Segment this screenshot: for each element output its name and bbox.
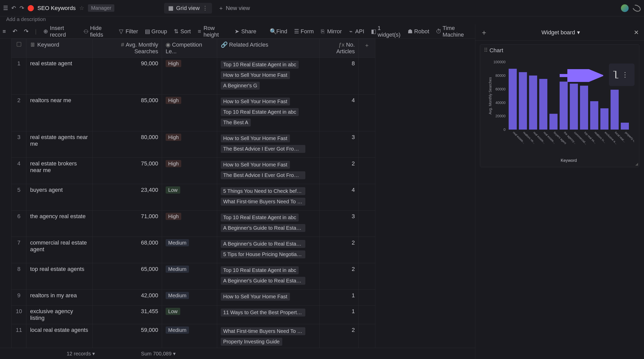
mirror-button[interactable]: ⎘Mirror (320, 28, 342, 35)
find-button[interactable]: 🔍Find (270, 28, 287, 35)
record-count[interactable]: 12 records ▾ (67, 351, 95, 357)
cell-related[interactable]: Top 10 Real Estate Agent in abcA Beginne… (217, 263, 320, 290)
cell-noart[interactable]: 4 (320, 94, 359, 131)
cell-level[interactable]: Medium (162, 237, 217, 263)
cell-level[interactable]: High (162, 158, 217, 184)
cell-level[interactable]: High (162, 210, 217, 237)
cell-related[interactable]: How to Sell Your Home FastTop 10 Real Es… (217, 94, 320, 131)
cell-level[interactable]: High (162, 58, 217, 94)
cell-keyword[interactable]: top real estate agents (26, 263, 93, 290)
cell-keyword[interactable]: local real estate agents (26, 324, 93, 348)
timemachine-button[interactable]: ⏱Time Machine (436, 25, 472, 38)
cell-noart[interactable]: 1 (320, 290, 359, 305)
cell-keyword[interactable]: real estate brokers near me (26, 158, 93, 184)
cell-related[interactable]: Top 10 Real Estate Agent in abcHow to Se… (217, 58, 320, 94)
related-chip[interactable]: Top 10 Real Estate Agent in abc (221, 266, 299, 274)
tab-menu-icon[interactable]: ⋮ (202, 5, 208, 12)
cell-related[interactable]: A Beginner's Guide to Real Estate Invest… (217, 237, 320, 263)
table-row[interactable]: 4real estate brokers near me75,000HighHo… (12, 158, 375, 184)
related-chip[interactable]: How to Sell Your Home Fast (221, 134, 290, 142)
cell-keyword[interactable]: realtors near me (26, 94, 93, 131)
cell-level[interactable]: Medium (162, 263, 217, 290)
sort-button[interactable]: ⇅Sort (174, 28, 191, 35)
table-row[interactable]: 9realtors in my area42,000MediumHow to S… (12, 290, 375, 305)
cell-keyword[interactable]: exclusive agency listing (26, 305, 93, 324)
related-chip[interactable]: Top 10 Real Estate Agent in abc (221, 61, 299, 69)
related-chip[interactable]: How to Sell Your Home Fast (221, 98, 290, 105)
related-chip[interactable]: A Beginner's Guide to Real Estate Invest… (221, 277, 305, 285)
share-button[interactable]: ➤Share (235, 28, 256, 35)
cell-noart[interactable]: 8 (320, 58, 359, 94)
cell-keyword[interactable]: commercial real estate agent (26, 237, 93, 263)
menu-icon[interactable]: ☰ (3, 5, 8, 12)
related-chip[interactable]: A Beginner's Guide to Real Estate Invest… (221, 240, 305, 248)
related-chip[interactable]: Top 10 Real Estate Agent in abc (221, 214, 299, 221)
related-chip[interactable]: The Best A (221, 119, 251, 126)
cell-related[interactable]: 5 Things You Need to Check before You P.… (217, 184, 320, 210)
table-row[interactable]: 1real estate agent90,000HighTop 10 Real … (12, 58, 375, 94)
sum-value[interactable]: Sum 700,089 ▾ (141, 351, 176, 357)
cell-searches[interactable]: 75,000 (93, 158, 162, 184)
related-chip[interactable]: A Beginner's Guide to Real Estate Invest… (221, 224, 305, 232)
cell-level[interactable]: High (162, 94, 217, 131)
cell-related[interactable]: What First-time Buyers Need To Know Ab..… (217, 324, 320, 348)
col-level[interactable]: Competition Le... (166, 41, 202, 55)
cell-keyword[interactable]: buyers agent (26, 184, 93, 210)
related-chip[interactable]: 5 Tips for House Pricing Negotiation (221, 250, 305, 258)
close-board-button[interactable]: ✕ (634, 29, 639, 36)
insert-record-button[interactable]: ⊕Insert record (43, 25, 77, 38)
col-related[interactable]: Related Articles (229, 41, 268, 48)
cell-level[interactable]: Low (162, 305, 217, 324)
api-button[interactable]: ⌁API (348, 28, 364, 35)
cell-searches[interactable]: 68,000 (93, 237, 162, 263)
drag-handle-icon[interactable]: ⠿ (484, 47, 488, 54)
add-widget-button[interactable]: ＋ (480, 28, 488, 37)
data-grid[interactable]: 🗏Keyword #Avg. Monthly Searches ◉Competi… (11, 39, 375, 348)
menu2-icon[interactable]: ≡ (3, 28, 6, 35)
cell-related[interactable]: How to Sell Your Home Fast (217, 290, 320, 305)
cell-noart[interactable]: 2 (320, 158, 359, 184)
cell-keyword[interactable]: the agency real estate (26, 210, 93, 237)
related-chip[interactable]: How to Sell Your Home Fast (221, 161, 290, 169)
sync-icon[interactable] (631, 3, 642, 13)
table-row[interactable]: 3real estate agents near me80,000HighHow… (12, 131, 375, 158)
related-chip[interactable]: What First-time Buyers Need To Know Ab..… (221, 327, 305, 335)
cell-searches[interactable]: 31,455 (93, 305, 162, 324)
cell-noart[interactable]: 3 (320, 210, 359, 237)
cell-level[interactable]: Low (162, 184, 217, 210)
cell-related[interactable]: 11 Ways to Get the Best Property Price (217, 305, 320, 324)
cell-noart[interactable]: 2 (320, 263, 359, 290)
related-chip[interactable]: What First-time Buyers Need To Know Ab..… (221, 198, 305, 206)
cell-searches[interactable]: 90,000 (93, 58, 162, 94)
redo-icon[interactable]: ↷ (19, 5, 24, 12)
table-row[interactable]: 10exclusive agency listing31,455Low11 Wa… (12, 305, 375, 324)
undo-icon[interactable]: ↶ (11, 5, 16, 12)
redo2-icon[interactable]: ↷ (24, 28, 28, 35)
cell-related[interactable]: How to Sell Your Home FastThe Best Advic… (217, 131, 320, 158)
tab-grid-view[interactable]: ▦ Grid view ⋮ (164, 3, 212, 14)
related-chip[interactable]: 5 Things You Need to Check before You P.… (221, 187, 305, 195)
related-chip[interactable]: A Beginner's G (221, 82, 260, 90)
related-chip[interactable]: Top 10 Real Estate Agent in abc (221, 108, 299, 116)
cell-related[interactable]: Top 10 Real Estate Agent in abcA Beginne… (217, 210, 320, 237)
cell-searches[interactable]: 65,000 (93, 263, 162, 290)
widgets-button[interactable]: ◧1 widget(s) (371, 25, 401, 38)
add-column-button[interactable]: ＋ (358, 39, 375, 58)
col-keyword[interactable]: Keyword (37, 41, 59, 48)
star-icon[interactable]: ☆ (79, 5, 84, 12)
cell-level[interactable]: Medium (162, 290, 217, 305)
cell-noart[interactable]: 3 (320, 131, 359, 158)
form-button[interactable]: ☰Form (294, 28, 314, 35)
filter-button[interactable]: ▽Filter (119, 28, 138, 35)
rowheight-button[interactable]: ≡Row height (197, 25, 228, 38)
cell-noart[interactable]: 2 (320, 324, 359, 348)
cell-searches[interactable]: 85,000 (93, 94, 162, 131)
table-row[interactable]: 2realtors near me85,000HighHow to Sell Y… (12, 94, 375, 131)
select-all-checkbox[interactable] (17, 42, 21, 47)
cell-level[interactable]: High (162, 131, 217, 158)
cell-keyword[interactable]: real estate agent (26, 58, 93, 94)
cell-noart[interactable]: 4 (320, 184, 359, 210)
related-chip[interactable]: How to Sell Your Home Fast (221, 293, 290, 301)
cell-noart[interactable]: 2 (320, 237, 359, 263)
cell-searches[interactable]: 80,000 (93, 131, 162, 158)
